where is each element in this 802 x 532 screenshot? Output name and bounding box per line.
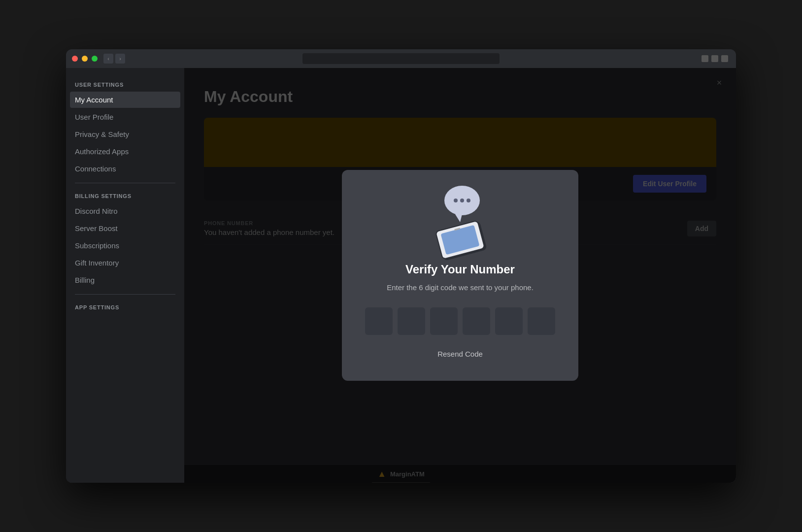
sidebar-item-label: My Account: [75, 96, 113, 104]
main-content: My Account Edit User Profile PHONE NUMBE…: [184, 68, 736, 483]
sidebar-item-label: Gift Inventory: [75, 259, 119, 267]
sidebar-item-label: Subscriptions: [75, 241, 119, 250]
modal-description: Enter the 6 digit code we sent to your p…: [387, 282, 534, 294]
sidebar-item-label: Server Boost: [75, 224, 118, 233]
sidebar-item-my-account[interactable]: My Account: [70, 92, 180, 108]
modal-title: Verify Your Number: [405, 263, 515, 276]
sidebar-divider-1: [75, 183, 175, 183]
maximize-button[interactable]: [92, 56, 98, 62]
code-inputs: [365, 307, 555, 335]
sidebar-divider-2: [75, 294, 175, 295]
bubble-dot-1: [454, 199, 458, 202]
code-input-4[interactable]: [463, 307, 490, 335]
sidebar: USER SETTINGS My Account User Profile Pr…: [66, 68, 184, 483]
code-input-3[interactable]: [430, 307, 458, 335]
sidebar-item-user-profile[interactable]: User Profile: [70, 109, 180, 125]
bubble-dots: [454, 199, 470, 202]
bubble-tail: [455, 214, 462, 222]
sidebar-item-label: Discord Nitro: [75, 207, 118, 215]
bubble-dot-2: [460, 199, 464, 202]
sidebar-item-billing[interactable]: Billing: [70, 272, 180, 288]
modal-illustration: [421, 186, 500, 255]
sidebar-item-gift-inventory[interactable]: Gift Inventory: [70, 255, 180, 271]
title-bar: ‹ ›: [66, 49, 736, 68]
minimize-button[interactable]: [82, 56, 88, 62]
nav-buttons: ‹ ›: [103, 54, 125, 64]
sidebar-item-authorized-apps[interactable]: Authorized Apps: [70, 143, 180, 160]
close-button[interactable]: [72, 56, 78, 62]
traffic-lights: [72, 56, 98, 62]
verify-modal: Verify Your Number Enter the 6 digit cod…: [342, 170, 578, 381]
sidebar-item-label: User Profile: [75, 113, 113, 121]
code-input-6[interactable]: [528, 307, 555, 335]
sidebar-item-subscriptions[interactable]: Subscriptions: [70, 237, 180, 254]
bubble-dot-3: [467, 199, 470, 202]
url-bar[interactable]: [302, 53, 500, 64]
user-settings-label: USER SETTINGS: [70, 78, 180, 90]
forward-button[interactable]: ›: [115, 54, 125, 64]
phone-illustration: [435, 220, 485, 260]
resend-code-button[interactable]: Resend Code: [432, 347, 489, 361]
mac-window: ‹ › USER SETTINGS My Account User Profil…: [66, 49, 736, 483]
code-input-5[interactable]: [495, 307, 523, 335]
sidebar-item-privacy-safety[interactable]: Privacy & Safety: [70, 126, 180, 142]
back-button[interactable]: ‹: [103, 54, 113, 64]
shield-icon: [702, 55, 708, 62]
sidebar-item-server-boost[interactable]: Server Boost: [70, 220, 180, 236]
sidebar-item-discord-nitro[interactable]: Discord Nitro: [70, 203, 180, 219]
sidebar-item-label: Privacy & Safety: [75, 130, 129, 138]
billing-settings-label: BILLING SETTINGS: [70, 189, 180, 201]
code-input-1[interactable]: [365, 307, 393, 335]
sidebar-item-connections[interactable]: Connections: [70, 161, 180, 177]
app-settings-label: APP SETTINGS: [70, 300, 180, 312]
speech-bubble: [444, 186, 484, 220]
lock-icon: [711, 55, 718, 62]
app-body: USER SETTINGS My Account User Profile Pr…: [66, 68, 736, 483]
bubble-circle: [444, 186, 480, 215]
url-refresh-area: [702, 55, 728, 62]
share-icon: [721, 55, 728, 62]
sidebar-item-label: Billing: [75, 276, 95, 284]
phone-screen: [440, 225, 479, 255]
phone-body: [435, 220, 485, 260]
code-input-2[interactable]: [398, 307, 425, 335]
sidebar-item-label: Authorized Apps: [75, 147, 129, 156]
sidebar-item-label: Connections: [75, 165, 116, 173]
overlay-backdrop[interactable]: Verify Your Number Enter the 6 digit cod…: [184, 68, 736, 483]
